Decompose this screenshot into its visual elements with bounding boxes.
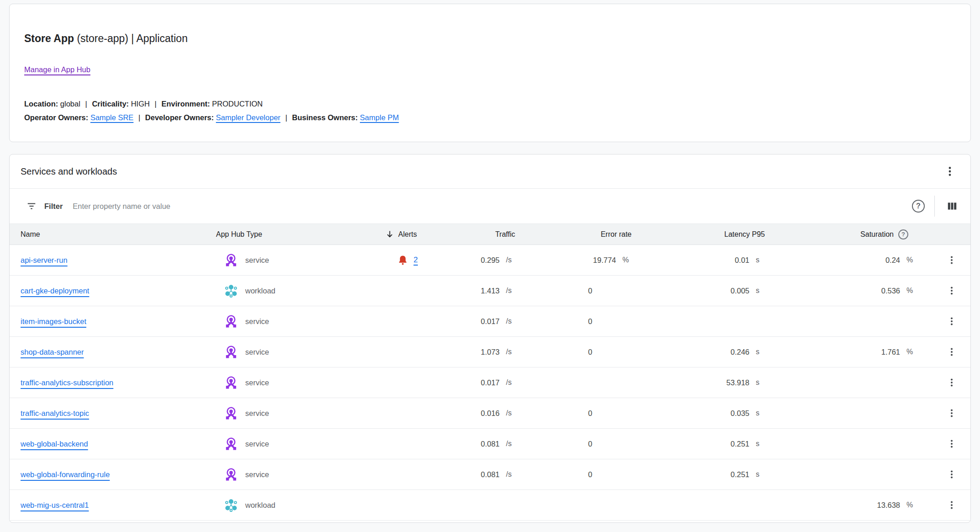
panel-header: Services and workloads [10, 154, 970, 189]
page-background [0, 523, 980, 532]
filter-label: Filter [44, 202, 63, 211]
operator-owner-link[interactable]: Sample SRE [90, 113, 133, 122]
row-menu-button[interactable] [945, 468, 959, 481]
traffic-unit: /s [500, 256, 519, 264]
app-owners-line: Operator Owners: Sample SRE | Developer … [24, 111, 956, 124]
latency-unit: s [749, 287, 769, 295]
separator: | [155, 100, 157, 108]
column-header-alerts[interactable]: Alerts [357, 229, 430, 239]
traffic-value: 0.017 [430, 317, 500, 326]
service-name-link[interactable]: traffic-analytics-subscription [21, 378, 113, 387]
row-menu-button[interactable] [945, 437, 959, 451]
column-header-saturation[interactable]: Saturation ? [769, 229, 919, 239]
panel-title: Services and workloads [21, 166, 117, 177]
table-row: traffic-analytics-subscription service 0… [10, 367, 970, 398]
filter-help-button[interactable]: ? [912, 200, 925, 213]
saturation-value: 13.638 [769, 501, 900, 510]
error-rate-value: 19.774 [519, 256, 616, 265]
latency-value: 0.035 [635, 409, 749, 418]
traffic-unit: /s [500, 378, 519, 387]
service-name-link[interactable]: traffic-analytics-topic [21, 409, 89, 418]
service-name-link[interactable]: web-mig-us-central1 [21, 501, 89, 510]
saturation-unit: % [900, 287, 919, 295]
error-rate-value: 0 [519, 287, 616, 295]
service-name-link[interactable]: web-global-forwarding-rule [21, 470, 110, 479]
saturation-value: 0.536 [769, 287, 900, 295]
row-menu-button[interactable] [945, 345, 959, 359]
kebab-menu-icon [947, 439, 957, 449]
alert-count-link[interactable]: 2 [414, 255, 418, 265]
latency-value: 0.246 [635, 348, 749, 356]
traffic-value: 1.073 [430, 348, 500, 356]
latency-unit: s [749, 409, 769, 417]
filter-input[interactable] [73, 202, 912, 211]
page-title: Store App (store-app) | Application [24, 32, 956, 45]
row-menu-button[interactable] [945, 376, 959, 389]
row-menu-button[interactable] [945, 284, 959, 298]
error-rate-value: 0 [519, 409, 616, 418]
operator-owners-label: Operator Owners: [24, 113, 88, 122]
question-mark-icon: ? [901, 231, 905, 238]
columns-icon [946, 200, 958, 212]
divider [934, 196, 935, 217]
separator: | [285, 113, 287, 122]
table-row: cart-gke-deployment workload 1.413/s 0 0… [10, 276, 970, 306]
row-menu-button[interactable] [945, 498, 959, 512]
error-rate-value: 0 [519, 317, 616, 326]
traffic-unit: /s [500, 470, 519, 479]
kebab-menu-icon [944, 165, 956, 177]
latency-value: 0.251 [635, 470, 749, 479]
criticality-value: HIGH [131, 100, 150, 108]
service-name-link[interactable]: web-global-backend [21, 440, 88, 448]
column-header-name[interactable]: Name [10, 230, 213, 239]
error-rate-value: 0 [519, 470, 616, 479]
latency-value: 0.01 [635, 256, 749, 265]
error-rate-value: 0 [519, 348, 616, 356]
kebab-menu-icon [947, 408, 957, 418]
saturation-unit: % [900, 501, 919, 509]
row-menu-button[interactable] [945, 314, 959, 328]
traffic-value: 0.081 [430, 470, 500, 479]
developer-owner-link[interactable]: Sampler Developer [216, 113, 280, 122]
app-hub-type-label: service [245, 348, 269, 356]
app-hub-type-label: service [245, 378, 269, 387]
traffic-unit: /s [500, 287, 519, 295]
column-header-latency-p95[interactable]: Latency P95 [635, 230, 769, 239]
business-owner-link[interactable]: Sample PM [360, 113, 399, 122]
error-rate-unit: % [616, 256, 635, 264]
traffic-value: 0.017 [430, 378, 500, 387]
traffic-value: 0.016 [430, 409, 500, 418]
location-value: global [60, 100, 80, 108]
latency-value: 0.005 [635, 287, 749, 295]
sort-descending-icon [385, 229, 395, 239]
traffic-value: 1.413 [430, 287, 500, 295]
filter-button[interactable]: Filter [26, 201, 63, 211]
manage-in-app-hub-link[interactable]: Manage in App Hub [24, 65, 90, 74]
row-menu-button[interactable] [945, 253, 959, 267]
app-hub-type-label: workload [245, 287, 275, 295]
latency-value: 53.918 [635, 378, 749, 387]
table-row: web-global-forwarding-rule service 0.081… [10, 459, 970, 490]
table-header-row: Name App Hub Type Alerts Traffic Error r… [10, 224, 970, 245]
filter-icon [26, 201, 37, 211]
column-display-button[interactable] [944, 198, 960, 214]
service-name-link[interactable]: cart-gke-deployment [21, 287, 89, 295]
column-header-app-hub-type[interactable]: App Hub Type [213, 230, 357, 239]
service-name-link[interactable]: shop-data-spanner [21, 348, 84, 356]
panel-menu-button[interactable] [942, 164, 958, 179]
service-icon [224, 253, 238, 267]
row-menu-button[interactable] [945, 406, 959, 420]
latency-unit: s [749, 378, 769, 387]
column-header-error-rate[interactable]: Error rate [519, 230, 635, 239]
column-header-traffic[interactable]: Traffic [430, 230, 519, 239]
app-info-card: Store App (store-app) | Application Mana… [9, 4, 971, 142]
saturation-unit: % [900, 348, 919, 356]
app-name: Store App [24, 32, 74, 44]
service-name-link[interactable]: item-images-bucket [21, 317, 86, 326]
service-name-link[interactable]: api-server-run [21, 256, 68, 265]
saturation-help-icon[interactable]: ? [898, 229, 908, 239]
app-hub-type-label: service [245, 317, 269, 326]
table-row: item-images-bucket service 0.017/s 0 [10, 306, 970, 337]
location-label: Location: [24, 100, 58, 108]
error-rate-value: 0 [519, 440, 616, 448]
